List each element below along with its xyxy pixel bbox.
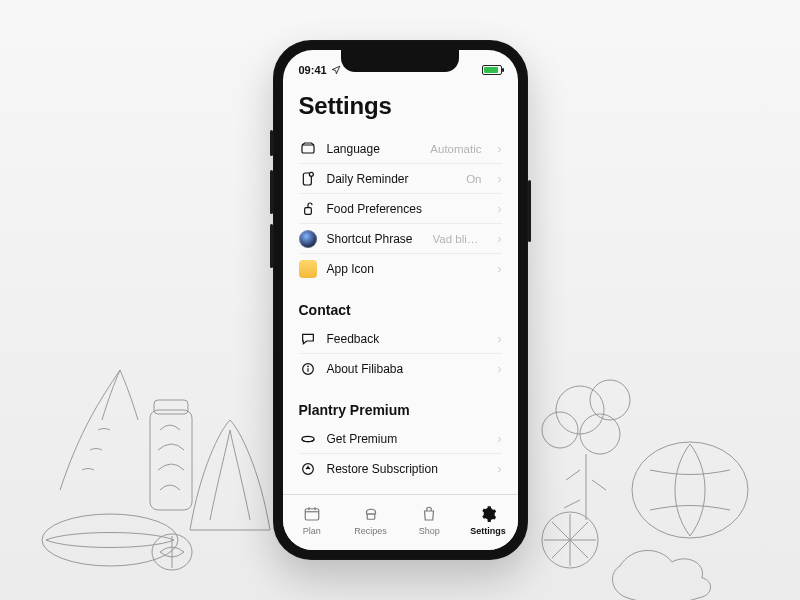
reminder-icon xyxy=(299,171,317,187)
row-shortcut-phrase[interactable]: Shortcut Phrase Vad blir det… › xyxy=(299,224,502,254)
device-frame: 09:41 Settings Language Automatic › xyxy=(273,40,528,560)
section-premium: Get Premium › Restore Subscription › xyxy=(299,424,502,484)
row-language[interactable]: Language Automatic › xyxy=(299,134,502,164)
svg-rect-0 xyxy=(150,410,192,510)
chevron-right-icon: › xyxy=(498,432,502,446)
status-time: 09:41 xyxy=(299,64,327,76)
chevron-right-icon: › xyxy=(498,232,502,246)
row-label: Feedback xyxy=(327,332,380,346)
content-scroll[interactable]: Settings Language Automatic › Daily R xyxy=(283,84,518,494)
chevron-right-icon: › xyxy=(498,332,502,346)
row-get-premium[interactable]: Get Premium › xyxy=(299,424,502,454)
row-label: App Icon xyxy=(327,262,374,276)
chevron-right-icon: › xyxy=(498,172,502,186)
svg-point-16 xyxy=(307,366,308,367)
row-label: Get Premium xyxy=(327,432,398,446)
notch xyxy=(341,50,459,72)
language-icon xyxy=(299,141,317,157)
calendar-icon xyxy=(302,504,322,524)
tab-settings[interactable]: Settings xyxy=(459,495,518,544)
svg-point-9 xyxy=(542,512,598,568)
svg-rect-13 xyxy=(304,207,311,214)
svg-rect-19 xyxy=(305,508,319,519)
section-contact: Feedback › About Filibaba › xyxy=(299,324,502,384)
svg-point-2 xyxy=(42,514,178,566)
section-title-premium: Plantry Premium xyxy=(299,402,502,418)
tab-plan[interactable]: Plan xyxy=(283,495,342,544)
chef-icon xyxy=(361,504,381,524)
row-label: Language xyxy=(327,142,380,156)
svg-point-4 xyxy=(556,386,604,434)
siri-icon xyxy=(299,230,317,248)
row-value: Vad blir det… xyxy=(433,233,482,245)
row-app-icon[interactable]: App Icon › xyxy=(299,254,502,284)
row-value: On xyxy=(466,173,481,185)
premium-icon xyxy=(299,431,317,447)
page-title: Settings xyxy=(299,92,502,120)
chevron-right-icon: › xyxy=(498,462,502,476)
svg-point-8 xyxy=(632,442,748,538)
info-icon xyxy=(299,361,317,377)
row-food-preferences[interactable]: Food Preferences › xyxy=(299,194,502,224)
svg-rect-10 xyxy=(302,145,314,153)
chevron-right-icon: › xyxy=(498,142,502,156)
row-daily-reminder[interactable]: Daily Reminder On › xyxy=(299,164,502,194)
chevron-right-icon: › xyxy=(498,202,502,216)
tab-label: Shop xyxy=(419,526,440,536)
app-icon-icon xyxy=(299,260,317,278)
tab-label: Plan xyxy=(303,526,321,536)
svg-point-6 xyxy=(542,412,578,448)
row-label: Restore Subscription xyxy=(327,462,438,476)
row-label: Shortcut Phrase xyxy=(327,232,413,246)
row-about[interactable]: About Filibaba › xyxy=(299,354,502,384)
bag-icon xyxy=(419,504,439,524)
row-label: Daily Reminder xyxy=(327,172,409,186)
chevron-right-icon: › xyxy=(498,362,502,376)
row-label: Food Preferences xyxy=(327,202,422,216)
row-label: About Filibaba xyxy=(327,362,404,376)
tab-recipes[interactable]: Recipes xyxy=(341,495,400,544)
preferences-icon xyxy=(299,201,317,217)
restore-icon xyxy=(299,461,317,477)
svg-rect-1 xyxy=(154,400,188,414)
svg-point-3 xyxy=(152,534,192,570)
svg-point-7 xyxy=(580,414,620,454)
chevron-right-icon: › xyxy=(498,262,502,276)
row-feedback[interactable]: Feedback › xyxy=(299,324,502,354)
svg-rect-23 xyxy=(367,514,375,519)
tab-label: Settings xyxy=(470,526,506,536)
svg-point-5 xyxy=(590,380,630,420)
battery-icon xyxy=(482,65,502,75)
section-main: Language Automatic › Daily Reminder On › xyxy=(299,134,502,284)
tab-shop[interactable]: Shop xyxy=(400,495,459,544)
row-restore-subscription[interactable]: Restore Subscription › xyxy=(299,454,502,484)
tab-bar: Plan Recipes Shop Settings xyxy=(283,494,518,550)
gear-icon xyxy=(478,504,498,524)
feedback-icon xyxy=(299,331,317,347)
row-value: Automatic xyxy=(430,143,481,155)
svg-point-12 xyxy=(309,172,313,176)
tab-label: Recipes xyxy=(354,526,387,536)
location-icon xyxy=(331,65,341,75)
screen: 09:41 Settings Language Automatic › xyxy=(283,50,518,550)
section-title-contact: Contact xyxy=(299,302,502,318)
